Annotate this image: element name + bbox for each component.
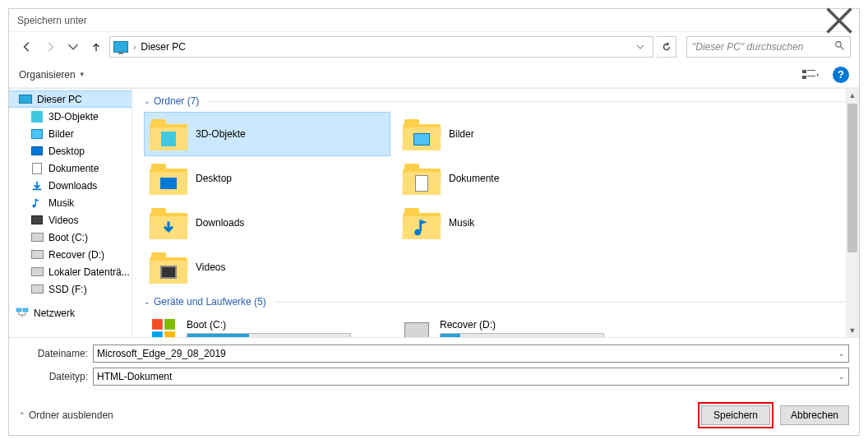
scroll-down-icon[interactable]: ▼ <box>846 324 859 337</box>
folder-videos[interactable]: Videos <box>144 245 390 289</box>
drive-icon <box>31 250 44 259</box>
tree-item-drive-f[interactable]: SSD (F:) <box>9 280 132 298</box>
svg-point-0 <box>836 42 842 48</box>
window-title: Speichern unter <box>17 15 824 26</box>
windows-drive-icon <box>149 316 178 337</box>
folder-pictures[interactable]: Bilder <box>397 112 644 156</box>
hide-folders-toggle[interactable]: ⌃ Ordner ausblenden <box>19 409 113 421</box>
pc-icon <box>113 41 128 53</box>
folder-icon <box>150 118 187 150</box>
chevron-down-icon[interactable]: ⌄ <box>838 349 845 358</box>
toolbar: Organisieren ▼ ? <box>9 62 859 88</box>
up-button[interactable] <box>86 37 106 57</box>
folder-icon <box>403 206 441 239</box>
scrollbar-thumb[interactable] <box>847 104 857 252</box>
back-button[interactable] <box>17 37 37 57</box>
recent-dropdown[interactable] <box>63 37 83 57</box>
tree-item-desktop[interactable]: Desktop <box>9 142 132 160</box>
group-header-drives[interactable]: ⌄ Geräte und Laufwerke (5) <box>144 296 846 308</box>
organize-menu[interactable]: Organisieren ▼ <box>19 69 85 81</box>
tree-item-downloads[interactable]: Downloads <box>9 177 132 194</box>
refresh-button[interactable] <box>657 36 676 58</box>
downloads-icon <box>30 179 44 192</box>
chevron-down-icon: ▼ <box>79 71 85 78</box>
usage-bar <box>440 333 604 338</box>
tree-item-drive-d[interactable]: Recover (D:) <box>9 246 132 263</box>
drive-icon <box>31 267 44 276</box>
filetype-label: Dateityp: <box>19 371 93 382</box>
pc-icon <box>19 95 32 104</box>
filename-label: Dateiname: <box>19 348 93 359</box>
titlebar: Speichern unter <box>9 9 859 32</box>
group-header-folders[interactable]: ⌄ Ordner (7) <box>144 95 846 107</box>
pictures-icon <box>31 129 43 139</box>
forward-button[interactable] <box>40 37 60 57</box>
navigation-bar: › Dieser PC "Dieser PC" durchsuchen <box>9 32 859 62</box>
svg-rect-2 <box>807 70 815 71</box>
drive-boot-c[interactable]: Boot (C:) <box>144 312 390 337</box>
save-as-dialog: Speichern unter › Dieser PC "Dieser PC" … <box>8 8 860 436</box>
chevron-up-icon: ⌃ <box>19 411 25 419</box>
drive-icon <box>402 316 432 337</box>
svg-point-8 <box>414 229 421 236</box>
tree-item-documents[interactable]: Dokumente <box>9 160 132 177</box>
folder-icon <box>150 251 187 284</box>
folder-music[interactable]: Musik <box>397 201 644 245</box>
network-icon <box>16 307 29 320</box>
scroll-up-icon[interactable]: ▲ <box>846 89 859 102</box>
svg-rect-11 <box>152 331 163 337</box>
search-placeholder: "Dieser PC" durchsuchen <box>692 41 834 53</box>
folder-desktop[interactable]: Desktop <box>144 156 390 201</box>
file-list-area: ⌄ Ordner (7) 3D-Objekte Bilder <box>132 89 859 337</box>
svg-rect-9 <box>152 319 163 330</box>
folder-icon <box>403 118 441 150</box>
help-button[interactable]: ? <box>833 67 849 83</box>
folder-icon <box>403 162 441 195</box>
tree-item-music[interactable]: Musik <box>9 194 132 211</box>
save-button[interactable]: Speichern <box>701 405 770 425</box>
dialog-footer: ⌃ Ordner ausblenden Speichern Abbrechen <box>9 395 859 435</box>
close-button[interactable] <box>824 11 854 30</box>
vertical-scrollbar[interactable]: ▲ ▼ <box>846 89 859 337</box>
search-input[interactable]: "Dieser PC" durchsuchen <box>686 36 851 58</box>
desktop-icon <box>31 146 43 155</box>
svg-rect-7 <box>23 308 28 312</box>
tree-item-3d-objects[interactable]: 3D-Objekte <box>9 108 132 125</box>
usage-bar <box>187 333 351 338</box>
chevron-right-icon: › <box>133 43 136 52</box>
3d-icon <box>31 111 43 123</box>
cancel-button[interactable]: Abbrechen <box>780 405 849 425</box>
folder-3d-objects[interactable]: 3D-Objekte <box>144 112 390 156</box>
svg-rect-10 <box>164 319 175 330</box>
documents-icon <box>32 163 42 174</box>
drive-icon <box>31 284 44 294</box>
navigation-tree[interactable]: Dieser PC 3D-Objekte Bilder Desktop Doku… <box>9 89 132 337</box>
folder-icon <box>150 162 187 195</box>
videos-icon <box>31 215 43 224</box>
svg-rect-3 <box>802 76 806 79</box>
folder-downloads[interactable]: Downloads <box>144 201 390 245</box>
save-button-highlight: Speichern <box>698 402 773 428</box>
tree-item-local-disk[interactable]: Lokaler Datenträ... <box>9 263 132 280</box>
chevron-down-icon: ⌄ <box>144 298 150 306</box>
address-dropdown[interactable] <box>631 43 649 51</box>
address-bar[interactable]: › Dieser PC <box>109 36 653 58</box>
folder-documents[interactable]: Dokumente <box>397 156 644 201</box>
search-icon <box>834 40 845 53</box>
filename-input[interactable]: Microsoft_Edge_29_08_2019 ⌄ <box>93 345 849 363</box>
svg-rect-1 <box>802 70 806 73</box>
tree-item-this-pc[interactable]: Dieser PC <box>9 90 132 108</box>
tree-item-network[interactable]: Netzwerk <box>9 304 132 321</box>
drive-recover-d[interactable]: Recover (D:) <box>397 312 644 337</box>
tree-item-pictures[interactable]: Bilder <box>9 125 132 142</box>
drive-icon <box>31 233 44 242</box>
chevron-down-icon[interactable]: ⌄ <box>838 372 845 381</box>
tree-item-drive-c[interactable]: Boot (C:) <box>9 229 132 246</box>
svg-point-5 <box>32 204 35 207</box>
location-text: Dieser PC <box>141 41 186 53</box>
filetype-select[interactable]: HTML-Dokument ⌄ <box>93 368 849 386</box>
view-options-button[interactable] <box>796 66 824 84</box>
chevron-down-icon: ⌄ <box>144 97 150 105</box>
tree-item-videos[interactable]: Videos <box>9 211 132 229</box>
svg-rect-12 <box>164 331 175 337</box>
